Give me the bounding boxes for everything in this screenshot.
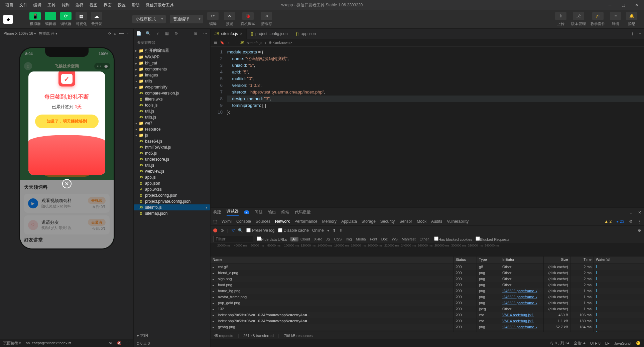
tree-folder[interactable]: ▾📁js	[134, 132, 210, 138]
branch-icon[interactable]: ⑂	[154, 31, 160, 36]
editor-tab[interactable]: JSsiteinfo.js×	[211, 29, 247, 39]
tree-file[interactable]: JSsiteinfo.js	[134, 204, 210, 210]
tree-file[interactable]: JSutil.js	[134, 162, 210, 168]
tool-button[interactable]: ▦	[76, 12, 87, 20]
expand-icon[interactable]: ⛶	[126, 341, 130, 345]
language[interactable]: JavaScript	[614, 341, 631, 345]
network-timeline[interactable]: 20000 ms40000 ms60000 ms80000 ms100000 m…	[211, 243, 644, 256]
tree-file[interactable]: JSmd5.js	[134, 150, 210, 156]
menu-item[interactable]: 界面	[101, 1, 114, 9]
audio-icon[interactable]: 🔇	[117, 341, 122, 345]
tree-folder[interactable]: ▸📁bh_cat	[134, 60, 210, 66]
hide-data-urls-checkbox[interactable]: Hide data URLs	[257, 236, 287, 241]
right-action-button[interactable]: 🔔	[626, 12, 637, 20]
mode-select[interactable]: 小程序模式	[132, 15, 166, 23]
record-icon[interactable]	[213, 228, 217, 232]
tree-folder[interactable]: ▸📁images	[134, 72, 210, 78]
devtools-tab[interactable]: 调试器	[227, 208, 239, 216]
close-icon[interactable]: ✕	[632, 3, 641, 7]
tree-folder[interactable]: ▾📁utils	[134, 78, 210, 84]
filter-input[interactable]	[213, 236, 253, 242]
blocked-requests-checkbox[interactable]: Blocked Requests	[476, 236, 510, 241]
filter-type[interactable]: WS	[390, 237, 400, 241]
upload-icon[interactable]: ⬆	[333, 228, 336, 233]
menu-item[interactable]: 转到	[59, 1, 72, 9]
panel-tab[interactable]: Wxml	[222, 219, 232, 224]
panel-tab[interactable]: Performance	[294, 219, 317, 224]
settings-icon[interactable]: ⚙	[638, 228, 641, 233]
network-row[interactable]: ▪food.png200pngOther(disk cache)2 ms	[211, 282, 644, 288]
code-line[interactable]: tominiprogram: [ ]	[227, 102, 644, 109]
code-line[interactable]: module.exports = {	[227, 49, 644, 55]
filter-type[interactable]: Manifest	[400, 237, 418, 241]
action-button[interactable]: 👁	[224, 12, 235, 20]
device-select[interactable]: iPhone X 100% 16 ▾	[3, 31, 36, 36]
nav-back-icon[interactable]: ←	[227, 41, 231, 45]
more-icon[interactable]: ⋮	[637, 219, 641, 224]
close-tab-icon[interactable]: ×	[240, 31, 242, 36]
eol[interactable]: LF	[605, 341, 610, 345]
code-editor[interactable]: 12345678910 module.exports = { name: "亿码…	[211, 47, 644, 207]
crumb-file[interactable]: siteinfo.js	[247, 41, 262, 45]
menu-item[interactable]: 帮助	[129, 1, 142, 9]
right-action-button[interactable]: 🎓	[592, 12, 604, 20]
settings-icon[interactable]: ⚙	[173, 31, 179, 36]
tree-folder[interactable]: ▾📁WXAPP	[134, 54, 210, 60]
col-initiator[interactable]: Initiator	[500, 256, 544, 264]
tree-file[interactable]: {}filters.wxs	[134, 96, 210, 102]
filter-type[interactable]: Img	[344, 237, 354, 241]
feedback-icon[interactable]: 🙂	[636, 341, 641, 345]
code-line[interactable]: };	[227, 109, 644, 116]
tree-folder[interactable]: ▾📁we7	[134, 120, 210, 126]
home-icon[interactable]: ⌂	[114, 31, 116, 35]
code-line[interactable]: design_method: "3",	[227, 96, 644, 102]
gear-icon[interactable]: ⚙	[629, 219, 633, 224]
modal-overlay[interactable]: 每日签到,好礼不断 已累计签到 1天 知道了，明天继续签到 ✕	[20, 48, 114, 248]
menu-item[interactable]: 视图	[87, 1, 100, 9]
right-action-button[interactable]: ≡	[610, 12, 621, 20]
compile-select[interactable]: 普通编译	[170, 15, 203, 23]
filter-icon[interactable]: ▽	[232, 228, 235, 233]
action-button[interactable]: ⟳	[207, 12, 219, 20]
indent[interactable]: 空格: 4	[574, 341, 585, 346]
tree-folder[interactable]: ▸📁打开的编辑器	[134, 47, 210, 54]
disable-cache-checkbox[interactable]: Disable cache	[278, 228, 309, 233]
panel-tab[interactable]: Memory	[322, 219, 337, 224]
filter-type[interactable]: Media	[354, 237, 368, 241]
maximize-icon[interactable]: ▢	[619, 3, 628, 7]
devtools-tab[interactable]: 代码质量	[295, 209, 311, 215]
collapse-icon[interactable]: ⊟	[193, 31, 199, 36]
tool-button[interactable]	[45, 12, 56, 20]
files-icon[interactable]: 📄	[136, 31, 142, 36]
devtools-tab[interactable]: 问题	[255, 209, 263, 215]
clear-icon[interactable]: ⊘	[221, 228, 224, 233]
code-line[interactable]: uniacid: "5",	[227, 62, 644, 69]
devtools-tab[interactable]: 构建	[213, 209, 221, 215]
back-icon[interactable]: ⟵	[119, 31, 124, 36]
tree-file[interactable]: JSbase64.js	[134, 138, 210, 144]
tree-file[interactable]: JScompare-version.js	[134, 90, 210, 96]
more-icon[interactable]: ⋯	[127, 31, 131, 36]
code-line[interactable]: multiid: "0",	[227, 75, 644, 82]
tool-button[interactable]: 📱	[29, 12, 41, 20]
panel-tab[interactable]: Mock	[417, 219, 426, 224]
tree-file[interactable]: JSunderscore.js	[134, 156, 210, 162]
tool-button[interactable]: ☁	[91, 12, 102, 20]
tree-file[interactable]: JShtmlToWxml.js	[134, 144, 210, 150]
code-line[interactable]: name: "亿码酷站源码网测试",	[227, 55, 644, 62]
tree-file[interactable]: JSutil.js	[134, 108, 210, 114]
panel-tab[interactable]: Storage	[362, 219, 376, 224]
network-row[interactable]: ▪home_bg.png200png:24689/_pageframe_/bh_…	[211, 288, 644, 294]
menu-item[interactable]: 工具	[45, 1, 58, 9]
refresh-icon[interactable]: ⟳	[108, 31, 111, 36]
encoding[interactable]: UTF-8	[590, 341, 601, 345]
action-button[interactable]: 🐞	[242, 12, 254, 20]
menu-item[interactable]: 文件	[17, 1, 30, 9]
popup-close-icon[interactable]: ✕	[62, 179, 72, 188]
col-name[interactable]: Name	[211, 256, 454, 264]
page-path-label[interactable]: 页面路径 ▾	[3, 341, 21, 346]
outline-section[interactable]: ▸ 大纲	[134, 331, 210, 340]
col-waterfall[interactable]: Waterfall	[594, 256, 644, 264]
filter-type[interactable]: Font	[368, 237, 379, 241]
network-row[interactable]: ▪index.php?i=5&t=0&v=1.0.3&from=wxapp&c=…	[211, 318, 644, 324]
